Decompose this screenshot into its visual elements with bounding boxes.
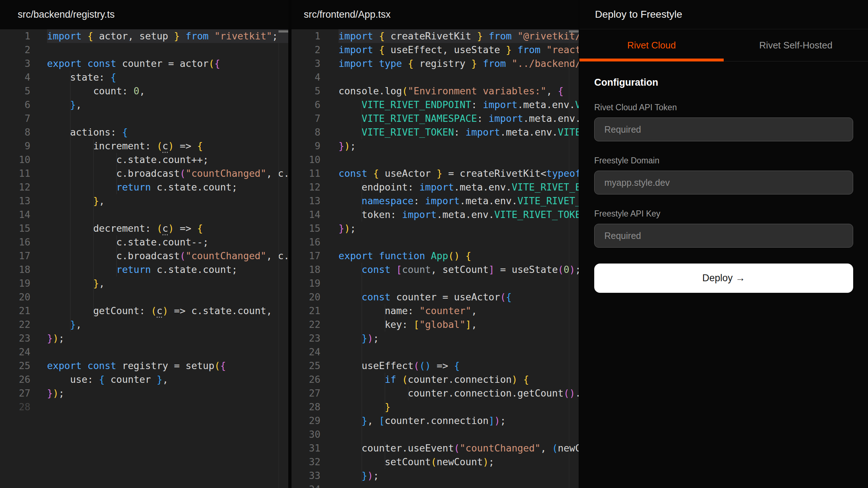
line-number: 4 — [292, 70, 320, 84]
line-number: 26 — [292, 373, 320, 386]
code-line: return c.state.count; — [47, 180, 288, 194]
line-number: 1 — [0, 29, 30, 43]
line-number: 17 — [0, 249, 30, 263]
code-line: console.log("Environment variables:", { — [339, 84, 579, 98]
code-line: VITE_RIVET_TOKEN: import.meta.env.VITE_R… — [339, 125, 579, 139]
rivet-cloud-api-token-input[interactable] — [594, 117, 853, 141]
code-line: }, — [47, 98, 288, 112]
indent-guide — [385, 441, 385, 469]
indent-guide — [362, 263, 362, 483]
code-lines: import { createRivetKit } from "@rivetki… — [339, 29, 579, 488]
code-line — [47, 208, 288, 222]
editor-panel-app: src/frontend/App.tsx 1234567891011121314… — [292, 0, 579, 488]
line-number: 11 — [0, 167, 30, 180]
code-line — [47, 345, 288, 359]
code-line: const counter = useActor({ — [339, 290, 579, 304]
code-line — [339, 277, 579, 290]
indent-guide — [116, 235, 117, 277]
freestyle-api-key-input[interactable] — [594, 224, 853, 248]
scrollbar-thumb[interactable] — [278, 30, 288, 33]
line-number: 5 — [292, 84, 320, 98]
code-line: } — [339, 400, 579, 414]
code-line: }); — [339, 139, 579, 153]
code-line: }, — [47, 277, 288, 290]
code-line: setCount(newCount); — [339, 455, 579, 469]
code-line: VITE_RIVET_ENDPOINT: import.meta.env.VIT… — [339, 98, 579, 112]
line-number: 25 — [0, 359, 30, 373]
file-title-app: src/frontend/App.tsx — [292, 0, 579, 29]
code-line: VITE_RIVET_NAMESPACE: import.meta.env.VI… — [339, 112, 579, 125]
code-line — [47, 43, 288, 57]
line-number: 14 — [292, 208, 320, 222]
freestyle-api-key-label: Freestyle API Key — [594, 209, 853, 219]
code-line: counter.connection.getCount().then(setCo… — [339, 386, 579, 400]
deploy-panel: Deploy to Freestyle Rivet Cloud Rivet Se… — [579, 0, 868, 488]
line-number: 16 — [292, 235, 320, 249]
code-line — [339, 235, 579, 249]
line-number: 25 — [292, 359, 320, 373]
code-line — [339, 428, 579, 441]
scrollbar-thumb[interactable] — [569, 30, 579, 33]
indent-guide — [408, 386, 408, 400]
code-area-registry[interactable]: 1234567891011121314151617181920212223242… — [0, 29, 288, 488]
code-line: c.broadcast("countChanged", c.state.coun… — [47, 167, 288, 180]
line-number-gutter: 1234567891011121314151617181920212223242… — [0, 29, 30, 414]
line-number-gutter: 1234567891011121314151617181920212223242… — [292, 29, 320, 488]
line-number: 26 — [0, 373, 30, 386]
line-number: 7 — [0, 112, 30, 125]
code-line — [339, 153, 579, 167]
code-line — [339, 345, 579, 359]
line-number: 21 — [0, 304, 30, 318]
code-line: c.state.count--; — [47, 235, 288, 249]
code-line: import { useEffect, useState } from "rea… — [339, 43, 579, 57]
line-number: 13 — [292, 194, 320, 208]
deploy-title-text: Deploy to Freestyle — [595, 9, 682, 20]
code-line — [339, 483, 579, 488]
code-line: }); — [47, 386, 288, 400]
code-line: import { actor, setup } from "rivetkit"; — [47, 29, 288, 43]
code-line: count: 0, — [47, 84, 288, 98]
indent-guide — [362, 98, 362, 139]
line-number: 33 — [292, 469, 320, 483]
code-line: import type { registry } from "../backen… — [339, 57, 579, 70]
line-number: 12 — [292, 180, 320, 194]
line-number: 1 — [292, 29, 320, 43]
code-line: export function App() { — [339, 249, 579, 263]
code-line: key: ["global"], — [339, 318, 579, 331]
freestyle-domain-input[interactable] — [594, 171, 853, 194]
line-number: 2 — [292, 43, 320, 57]
freestyle-domain-label: Freestyle Domain — [594, 156, 853, 166]
line-number: 6 — [0, 98, 30, 112]
code-line: export const counter = actor({ — [47, 57, 288, 70]
code-line: increment: (c) => { — [47, 139, 288, 153]
code-line: c.state.count++; — [47, 153, 288, 167]
code-line: use: { counter }, — [47, 373, 288, 386]
tab-rivet-cloud[interactable]: Rivet Cloud — [579, 29, 724, 61]
tab-rivet-self-hosted[interactable]: Rivet Self-Hosted — [724, 29, 868, 61]
code-line — [47, 112, 288, 125]
code-line: getCount: (c) => c.state.count, — [47, 304, 288, 318]
line-number: 19 — [292, 277, 320, 290]
line-number: 19 — [0, 277, 30, 290]
code-line: endpoint: import.meta.env.VITE_RIVET_END… — [339, 180, 579, 194]
line-number: 29 — [292, 414, 320, 428]
line-number: 8 — [0, 125, 30, 139]
code-line — [339, 70, 579, 84]
indent-guide — [385, 304, 385, 331]
deploy-button[interactable]: Deploy → — [594, 264, 853, 293]
line-number: 21 — [292, 304, 320, 318]
tab-label: Rivet Cloud — [627, 40, 676, 51]
line-number: 13 — [0, 194, 30, 208]
deploy-form: Configuration Rivet Cloud API Token Free… — [579, 61, 868, 293]
code-area-app[interactable]: 1234567891011121314151617181920212223242… — [292, 29, 579, 488]
code-lines: import { actor, setup } from "rivetkit";… — [47, 29, 288, 414]
line-number: 31 — [292, 441, 320, 455]
line-number: 18 — [292, 263, 320, 277]
line-number: 3 — [292, 57, 320, 70]
app-window: src/backend/registry.ts 1234567891011121… — [0, 0, 868, 488]
line-number: 32 — [292, 455, 320, 469]
code-line — [47, 400, 288, 414]
code-line: }, [counter.connection]); — [339, 414, 579, 428]
line-number: 8 — [292, 125, 320, 139]
line-number: 15 — [0, 222, 30, 235]
